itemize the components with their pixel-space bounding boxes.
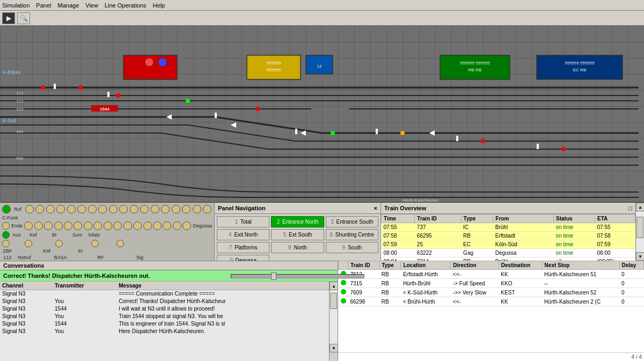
train-overview-close[interactable]: □	[628, 205, 632, 211]
cell-b-trainid: 7315	[348, 279, 379, 288]
signal-dot-r4-4	[91, 240, 99, 247]
train-footer-text: 4 / 4	[632, 354, 642, 360]
signal-row-1: Ruf	[2, 205, 212, 220]
scroll-thumb[interactable]	[636, 217, 643, 238]
signal-row-4	[2, 240, 212, 247]
cell-trainid: 66295	[415, 232, 461, 240]
btn-label-platforms: Platforms	[235, 245, 257, 251]
cell-b-trainid: 7609	[348, 288, 379, 297]
cell-type: RB	[461, 232, 493, 240]
col-b-destination: Destination	[499, 261, 542, 270]
cell-type: IC	[461, 223, 493, 232]
panel-nav-btn-north[interactable]: 8 North	[271, 242, 324, 253]
train-bottom-section: Train ID Type Location Direction Destina…	[338, 261, 644, 361]
track-diagram: 555555 555555 12 555555 555555 RB RB 555…	[0, 26, 644, 203]
signal-label-lnfatz: lnfatz	[89, 232, 100, 238]
zoom-button[interactable]: 🔍	[17, 12, 30, 24]
cell-b-delay: 0	[619, 288, 643, 297]
panel-nav-btn-shunting[interactable]: 6 Shunting Centre	[326, 229, 378, 240]
panel-nav-header: Panel Navigation ×	[215, 203, 380, 214]
panel-nav-btn-platforms[interactable]: 7 Platforms	[217, 242, 269, 253]
svg-rect-46	[537, 144, 539, 149]
col-channel: Channel	[0, 282, 53, 290]
menu-view[interactable]: View	[85, 2, 98, 9]
signal-label-112: 112	[2, 255, 13, 260]
menu-manage[interactable]: Manage	[58, 2, 79, 9]
svg-rect-44	[376, 129, 378, 134]
signal-dot-r3-1	[2, 231, 10, 239]
signal-dot-6	[77, 205, 86, 213]
btn-num-3: 3	[331, 219, 334, 225]
conv-table: Channel Transmitter Message Signal N3 ==…	[0, 282, 329, 335]
conv-transmitter: 1544	[53, 320, 116, 328]
btn-num-2: 2	[277, 219, 280, 225]
signal-dot-r2-13	[133, 222, 142, 230]
status-dot	[341, 280, 346, 285]
cell-b-direction: <<-	[451, 270, 499, 279]
scroll-track[interactable]	[636, 211, 644, 252]
panel-nav-btn-south[interactable]: 9 South	[326, 242, 378, 253]
cell-b-delay: 0	[619, 297, 643, 306]
menu-help[interactable]: Help	[153, 2, 165, 9]
signal-dot-12	[140, 205, 149, 213]
table-row: 07:58 66295 RB Erftstadt on time 07:58	[382, 232, 635, 240]
signal-dot-7	[88, 205, 97, 213]
bottom-panels: Ruf	[0, 203, 644, 361]
svg-text:EC    RB: EC RB	[573, 68, 586, 72]
conversations-title: Conversations	[3, 262, 44, 269]
signal-dot-green	[2, 205, 11, 213]
conv-scroll-thumb[interactable]	[330, 293, 337, 309]
btn-label-exit-north: Exit North	[234, 232, 258, 238]
cell-from: Köln-Süd	[493, 240, 554, 249]
col-b-direction: Direction	[451, 261, 499, 270]
signal-dot-8	[98, 205, 107, 213]
signal-dot-r2-4	[44, 222, 53, 230]
btn-label-entrance-south: Entrance South	[336, 219, 374, 225]
slider-track[interactable]	[231, 274, 364, 278]
panel-nav-btn-exit-north[interactable]: 4 Exit North	[217, 229, 269, 240]
menu-panel[interactable]: Panel	[36, 2, 51, 9]
train-footer: 4 / 4	[338, 352, 644, 361]
svg-point-37	[400, 131, 405, 135]
track-svg: 555555 555555 12 555555 555555 RB RB 555…	[0, 26, 644, 202]
cell-b-nextstop: --	[542, 279, 619, 288]
menu-simulation[interactable]: Simulation	[2, 2, 30, 9]
conv-scroll-up[interactable]: ▲	[330, 282, 338, 290]
svg-point-39	[561, 147, 566, 151]
signal-dot-r2-8	[84, 222, 92, 230]
signal-dot-r2-6	[64, 222, 72, 230]
slider-thumb[interactable]	[271, 272, 276, 280]
signal-label-basa: BASA	[54, 255, 67, 260]
signal-label-zbf: ZBF	[2, 248, 13, 254]
toolbar: ▶ 🔍	[0, 11, 644, 26]
play-button[interactable]: ▶	[2, 12, 15, 24]
signal-label-er: Er	[75, 248, 86, 254]
cell-b-destination: KEST	[499, 288, 542, 297]
signal-label-ende: Ende	[11, 223, 23, 229]
menu-line-operations[interactable]: Line Operations	[105, 2, 147, 9]
signal-row-2: Ende	[2, 222, 212, 230]
btn-label-ext-south: Ext South	[289, 232, 312, 238]
panel-nav-btn-entrance-north[interactable]: 2 Entrance North	[271, 216, 324, 227]
train-table-top: Time Train ID Type From Status ETA 07:55…	[381, 214, 635, 261]
cell-b-nextstop: Hürth-Kalscheuren 2 (C	[542, 297, 619, 306]
signal-dot-5	[67, 205, 76, 213]
svg-rect-2	[158, 58, 167, 67]
conv-scroll-down[interactable]: ▼	[330, 344, 338, 352]
table-row: 07:59 25 EC Köln-Süd on time 07:59	[382, 240, 635, 249]
scroll-down-btn[interactable]: ▼	[636, 252, 644, 261]
conv-table-area: Channel Transmitter Message Signal N3 ==…	[0, 282, 329, 361]
btn-label-south: South	[348, 245, 362, 251]
conv-message-text: Train 1544 stopped at signal N3. You wil…	[116, 313, 329, 320]
cell-b-type: RB	[379, 279, 401, 288]
menubar: Simulation Panel Manage View Line Operat…	[0, 0, 644, 11]
svg-marker-59	[301, 130, 306, 136]
panel-nav-btn-entrance-south[interactable]: 3 Entrance South	[326, 216, 378, 227]
signal-panel: Ruf	[0, 203, 215, 261]
scroll-up-btn[interactable]: ▲	[636, 203, 644, 211]
panel-nav-btn-total[interactable]: 1 Total	[217, 216, 269, 227]
panel-nav-btn-ext-south[interactable]: 5 Ext South	[271, 229, 324, 240]
conv-transmitter: You	[53, 298, 116, 305]
panel-nav-close[interactable]: ×	[374, 205, 377, 211]
table-row: 7315 RB Hürth-Brühl -> Full Speed KKO --…	[339, 279, 644, 288]
